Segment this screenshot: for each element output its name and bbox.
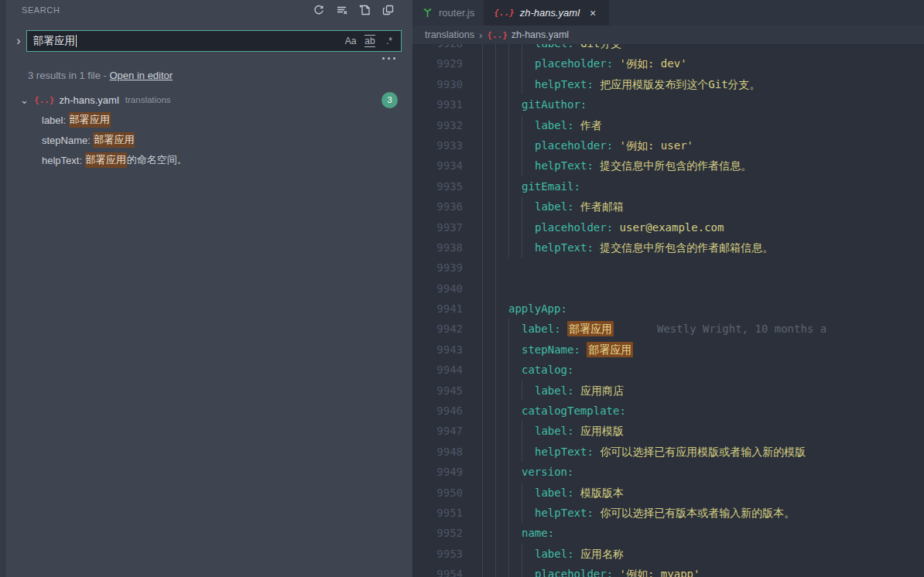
code-line[interactable]: 9934helpText: 提交信息中所包含的作者信息。 (412, 155, 924, 176)
code-value: 应用名称 (574, 548, 624, 560)
line-number[interactable]: 9928 (412, 44, 474, 53)
code-line[interactable]: 9945label: 应用商店 (412, 381, 924, 401)
code-line[interactable]: 9941applyApp: (412, 299, 924, 319)
code-line[interactable]: 9952name: (412, 523, 924, 543)
code-line[interactable]: 9946catalogTemplate: (412, 401, 924, 421)
breadcrumb-folder[interactable]: translations (425, 29, 474, 40)
code-line[interactable]: 9943stepName: 部署应用 (412, 340, 924, 360)
new-search-editor-icon[interactable] (354, 2, 377, 19)
line-number[interactable]: 9939 (412, 258, 474, 278)
line-number[interactable]: 9935 (412, 176, 474, 196)
code-line[interactable]: 9929placeholder: '例如: dev' (412, 53, 924, 73)
close-icon[interactable]: × (587, 7, 599, 19)
indent-guide (522, 196, 535, 217)
breadcrumb-file[interactable]: zh-hans.yaml (512, 29, 569, 40)
code-line[interactable]: 9937placeholder: user@example.com (412, 217, 924, 237)
line-content: label: 模版版本 (474, 483, 624, 503)
line-number[interactable]: 9952 (412, 523, 474, 543)
regex-button[interactable]: .* (381, 33, 398, 49)
indent-guide (482, 237, 495, 258)
code-line[interactable]: 9940 (412, 278, 924, 299)
code-line[interactable]: 9949version: (412, 462, 924, 482)
code-editor[interactable]: 9928label: Git分支9929placeholder: '例如: de… (412, 44, 924, 577)
toggle-replace-chevron-icon[interactable]: › (11, 30, 26, 52)
tab-zh-hans-yaml[interactable]: {..} zh-hans.yaml × (484, 0, 609, 26)
line-number[interactable]: 9948 (412, 442, 474, 462)
indent-guide (482, 196, 495, 217)
code-line[interactable]: 9944catalog: (412, 360, 924, 380)
code-line[interactable]: 9942label: 部署应用Westly Wright, 10 months … (412, 319, 924, 339)
line-number[interactable]: 9946 (412, 401, 474, 421)
line-number[interactable]: 9929 (412, 53, 474, 73)
line-number[interactable]: 9936 (412, 196, 474, 217)
code-line[interactable]: 9935gitEmail: (412, 176, 924, 196)
code-line[interactable]: 9933placeholder: '例如: user' (412, 135, 924, 155)
code-line[interactable]: 9948helpText: 你可以选择已有应用模版或者输入新的模版 (412, 442, 924, 462)
line-number[interactable]: 9947 (412, 421, 474, 441)
line-number[interactable]: 9949 (412, 462, 474, 482)
code-line[interactable]: 9947label: 应用模版 (412, 421, 924, 441)
breadcrumb[interactable]: translations › {..} zh-hans.yaml (412, 26, 924, 44)
line-number[interactable]: 9940 (412, 278, 474, 299)
line-content: gitEmail: (474, 176, 580, 196)
refresh-icon[interactable] (307, 2, 330, 19)
code-line[interactable]: 9951helpText: 你可以选择已有版本或者输入新的版本。 (412, 503, 924, 523)
line-number[interactable]: 9930 (412, 74, 474, 94)
line-number[interactable]: 9938 (412, 237, 474, 258)
indent-guide (522, 115, 535, 135)
line-number[interactable]: 9951 (412, 503, 474, 523)
tab-router-js[interactable]: router.js (412, 0, 484, 26)
line-number[interactable]: 9941 (412, 299, 474, 319)
code-value: 作者 (574, 119, 602, 131)
indent-guide (482, 381, 495, 401)
line-number[interactable]: 9953 (412, 544, 474, 564)
search-details-toggle[interactable] (382, 57, 395, 60)
indent-guide (495, 258, 508, 278)
indent-guide (495, 53, 508, 73)
code-line[interactable]: 9954placeholder: '例如: myapp' (412, 564, 924, 577)
line-number[interactable]: 9954 (412, 564, 474, 577)
line-number[interactable]: 9950 (412, 483, 474, 503)
code-line[interactable]: 9936label: 作者邮箱 (412, 196, 924, 217)
line-number[interactable]: 9942 (412, 319, 474, 339)
line-number[interactable]: 9932 (412, 115, 474, 135)
line-number[interactable]: 9934 (412, 155, 474, 176)
code-line[interactable]: 9931gitAuthor: (412, 94, 924, 114)
indent-guide (495, 237, 508, 258)
whole-word-button[interactable]: ab (361, 33, 378, 49)
line-content: label: 应用名称 (474, 544, 624, 564)
match-case-button[interactable]: Aa (342, 33, 359, 49)
search-input[interactable]: 部署应用 Aa ab .* (26, 30, 402, 52)
open-in-editor-link[interactable]: Open in editor (110, 70, 173, 81)
line-number[interactable]: 9931 (412, 94, 474, 114)
indent-guide (508, 74, 522, 94)
code-line[interactable]: 9930helpText: 把应用模版发布到这个Git分支。 (412, 74, 924, 94)
indent-guide (495, 278, 508, 299)
match-highlight: 部署应用 (567, 321, 614, 336)
line-number[interactable]: 9933 (412, 135, 474, 155)
line-number[interactable]: 9944 (412, 360, 474, 380)
line-number[interactable]: 9943 (412, 340, 474, 360)
indent-guide (508, 319, 522, 339)
code-line[interactable]: 9939 (412, 258, 924, 278)
indent-guide (522, 564, 535, 577)
code-line[interactable]: 9953label: 应用名称 (412, 544, 924, 564)
line-content: name: (474, 523, 554, 543)
search-result-row[interactable]: helpText: 部署应用的命名空间。 (6, 150, 412, 170)
line-number[interactable]: 9937 (412, 217, 474, 237)
indent-guide (522, 44, 535, 53)
open-new-search-editor-icon[interactable] (377, 2, 400, 19)
indent-guide (508, 503, 522, 523)
chevron-down-icon[interactable]: ⌄ (20, 94, 34, 106)
search-result-row[interactable]: label: 部署应用 (6, 110, 412, 130)
match-highlight: 部署应用 (69, 112, 111, 128)
line-number[interactable]: 9945 (412, 381, 474, 401)
code-line[interactable]: 9928label: Git分支 (412, 44, 924, 53)
search-result-row[interactable]: stepName: 部署应用 (6, 130, 412, 150)
file-result-row[interactable]: ⌄ {..} zh-hans.yaml translations 3 (6, 90, 412, 110)
clear-search-results-icon[interactable] (330, 2, 354, 19)
code-line[interactable]: 9950label: 模版版本 (412, 483, 924, 503)
code-line[interactable]: 9938helpText: 提交信息中所包含的作者邮箱信息。 (412, 237, 924, 258)
code-line[interactable]: 9932label: 作者 (412, 115, 924, 135)
indent-guide (508, 176, 522, 196)
